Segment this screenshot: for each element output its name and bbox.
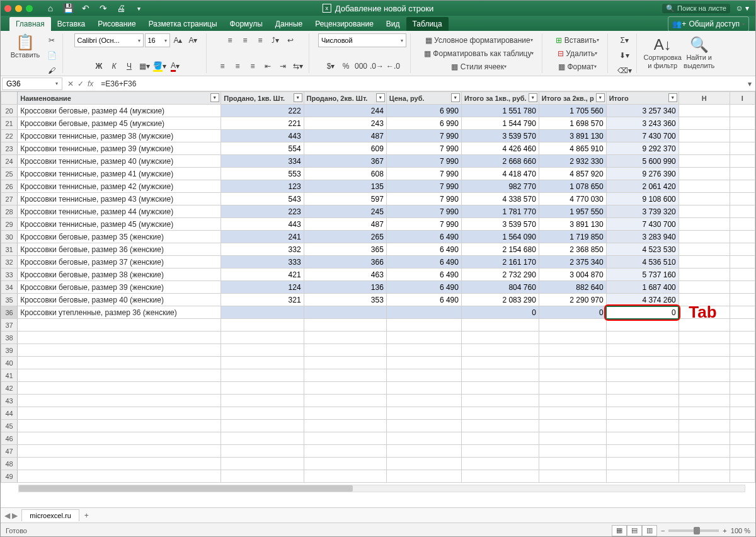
- table-row[interactable]: 48: [1, 458, 755, 470]
- formula-input[interactable]: =E36+F36: [97, 78, 744, 90]
- cell-empty[interactable]: [18, 458, 221, 470]
- cell-empty[interactable]: [730, 117, 755, 130]
- name-box[interactable]: G36▾: [2, 78, 62, 90]
- cell-total2[interactable]: 4 857 920: [539, 168, 606, 180]
- cell-q2[interactable]: 366: [304, 256, 386, 268]
- cell-empty[interactable]: [461, 470, 539, 483]
- cell-empty[interactable]: [386, 319, 461, 332]
- cell-empty[interactable]: [730, 180, 755, 193]
- cell-empty[interactable]: [221, 445, 304, 458]
- normal-view-icon[interactable]: ▦: [612, 525, 627, 536]
- paste-button[interactable]: 📋 Вставить: [8, 33, 42, 60]
- cell-price[interactable]: 6 990: [386, 117, 461, 130]
- currency-icon[interactable]: $▾: [324, 59, 338, 73]
- cell-empty[interactable]: [606, 445, 679, 458]
- maximize-window-button[interactable]: [26, 5, 33, 12]
- col-header-q2[interactable]: Продано, 2кв. Шт.▾: [304, 92, 386, 105]
- cell-empty[interactable]: [679, 432, 730, 445]
- cell-empty[interactable]: [221, 432, 304, 445]
- align-center-icon[interactable]: ≡: [231, 59, 244, 73]
- cell-grand[interactable]: 0: [606, 306, 679, 319]
- cell-empty[interactable]: [221, 319, 304, 332]
- row-header[interactable]: 42: [1, 382, 18, 395]
- cell-q2[interactable]: 135: [304, 180, 386, 193]
- cell-name[interactable]: Кроссовки беговые, размер 45 (мужские): [18, 117, 221, 130]
- sort-filter-button[interactable]: A↓ Сортировка и фильтр: [646, 36, 680, 70]
- row-header[interactable]: 34: [1, 281, 18, 294]
- align-bottom-icon[interactable]: ≡: [253, 33, 267, 47]
- cell-empty[interactable]: [304, 395, 386, 407]
- col-header-grand[interactable]: Итого▾: [606, 92, 679, 105]
- cell-empty[interactable]: [221, 332, 304, 344]
- indent-in-icon[interactable]: ⇥: [276, 59, 290, 73]
- cell-empty[interactable]: [461, 369, 539, 382]
- cell-empty[interactable]: [606, 470, 679, 483]
- cell-total2[interactable]: 2 932 330: [539, 155, 606, 168]
- table-row[interactable]: 42: [1, 382, 755, 395]
- cell-empty[interactable]: [386, 420, 461, 432]
- row-header[interactable]: 49: [1, 470, 18, 483]
- redo-icon[interactable]: ↷: [96, 1, 111, 15]
- clear-icon[interactable]: ⌫▾: [617, 64, 633, 78]
- cell-empty[interactable]: [539, 319, 606, 332]
- orientation-icon[interactable]: ⤴▾: [268, 33, 282, 47]
- row-header[interactable]: 25: [1, 168, 18, 180]
- cell-styles-button[interactable]: ▦ Стили ячеек ▾: [447, 60, 511, 73]
- font-name-combo[interactable]: Calibri (Осн...▾: [74, 33, 144, 47]
- cell-empty[interactable]: [461, 357, 539, 369]
- cell-total2[interactable]: 4 865 910: [539, 142, 606, 155]
- cell-q2[interactable]: 609: [304, 142, 386, 155]
- cell-empty[interactable]: [539, 382, 606, 395]
- table-row[interactable]: 27Кроссовки теннисные, размер 43 (мужски…: [1, 193, 755, 205]
- cell-total1[interactable]: 2 732 290: [461, 268, 539, 281]
- number-format-combo[interactable]: Числовой▾: [318, 33, 406, 47]
- cell-price[interactable]: [386, 306, 461, 319]
- col-header-total2[interactable]: Итого за 2кв., р▾: [539, 92, 606, 105]
- table-row[interactable]: 22Кроссовки теннисные, размер 38 (мужски…: [1, 130, 755, 142]
- cell-empty[interactable]: [18, 332, 221, 344]
- cell-name[interactable]: Кроссовки беговые, размер 35 (женские): [18, 231, 221, 243]
- align-left-icon[interactable]: ≡: [215, 59, 229, 73]
- cell-empty[interactable]: [461, 382, 539, 395]
- row-header[interactable]: 26: [1, 180, 18, 193]
- cell-empty[interactable]: [18, 470, 221, 483]
- table-row[interactable]: 35Кроссовки беговые, размер 40 (женские)…: [1, 294, 755, 306]
- cell-empty[interactable]: [730, 256, 755, 268]
- cell-grand[interactable]: 3 257 340: [606, 105, 679, 117]
- cell-empty[interactable]: [730, 432, 755, 445]
- cell-q1[interactable]: 124: [221, 281, 304, 294]
- table-row[interactable]: 40: [1, 357, 755, 369]
- cell-total1[interactable]: 0: [461, 306, 539, 319]
- font-size-combo[interactable]: 16▾: [145, 33, 170, 47]
- cell-empty[interactable]: [730, 268, 755, 281]
- wrap-text-icon[interactable]: ↩: [284, 33, 297, 47]
- row-header[interactable]: 24: [1, 155, 18, 168]
- cell-q2[interactable]: 597: [304, 193, 386, 205]
- cell-price[interactable]: 7 990: [386, 168, 461, 180]
- cell-price[interactable]: 7 990: [386, 130, 461, 142]
- table-row[interactable]: 49: [1, 470, 755, 483]
- spreadsheet-grid[interactable]: Наименование▾ Продано, 1кв. Шт.▾ Продано…: [1, 91, 755, 507]
- cell-total1[interactable]: 804 760: [461, 281, 539, 294]
- cell-name[interactable]: Кроссовки теннисные, размер 42 (мужские): [18, 180, 221, 193]
- cell-price[interactable]: 7 990: [386, 205, 461, 218]
- cell-total1[interactable]: 1 564 090: [461, 231, 539, 243]
- copy-icon[interactable]: 📄: [45, 49, 59, 62]
- tab-layout[interactable]: Разметка страницы: [142, 17, 224, 31]
- cell-price[interactable]: 7 990: [386, 180, 461, 193]
- cell-empty[interactable]: [730, 369, 755, 382]
- cell-q2[interactable]: 265: [304, 231, 386, 243]
- home-icon[interactable]: ⌂: [43, 1, 58, 15]
- table-row[interactable]: 44: [1, 407, 755, 420]
- cell-grand[interactable]: 3 283 940: [606, 231, 679, 243]
- zoom-slider-knob[interactable]: [694, 527, 700, 534]
- cell-empty[interactable]: [304, 369, 386, 382]
- table-row[interactable]: 31Кроссовки беговые, размер 36 (женские)…: [1, 243, 755, 256]
- cell-empty[interactable]: [304, 445, 386, 458]
- cell-empty[interactable]: [679, 193, 730, 205]
- cell-q1[interactable]: 553: [221, 168, 304, 180]
- table-row[interactable]: 20Кроссовки беговые, размер 44 (мужские)…: [1, 105, 755, 117]
- cell-q2[interactable]: 244: [304, 105, 386, 117]
- cell-empty[interactable]: [730, 294, 755, 306]
- filter-icon[interactable]: ▾: [668, 93, 677, 102]
